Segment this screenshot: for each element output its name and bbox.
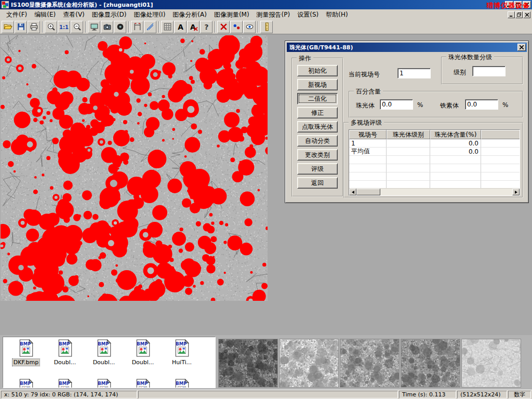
text-annotation-button[interactable]: A	[174, 21, 187, 33]
preview-button[interactable]	[243, 21, 256, 33]
return-button[interactable]: 返回	[297, 177, 338, 189]
sample-thumbnail-5[interactable]	[461, 339, 521, 388]
table-cell[interactable]	[481, 148, 520, 156]
bmp-file-icon	[95, 379, 113, 388]
menu-item-edit[interactable]: 编辑(E)	[31, 9, 59, 20]
zoom-in-button[interactable]	[45, 21, 57, 33]
current-field-label: 当前视场号	[349, 70, 380, 79]
bmp-file-icon	[56, 339, 74, 357]
metallograph-image[interactable]	[1, 35, 268, 301]
font-a-icon: A	[176, 22, 185, 31]
file-item[interactable]: Doubl...	[124, 339, 162, 366]
menu-item-image-analysis[interactable]: 图像分析(A)	[169, 9, 210, 20]
zoom-out-button[interactable]	[71, 21, 83, 33]
watermark-text: 猎博仪器设备	[486, 1, 530, 10]
scale-ruler-button[interactable]	[260, 21, 273, 33]
scroll-track[interactable]	[380, 189, 512, 195]
help-button[interactable]: ?	[200, 21, 212, 33]
binarize-button[interactable]: 二值化	[297, 93, 338, 104]
table-cell[interactable]: 0.0	[430, 139, 481, 148]
header-grade[interactable]: 珠光体级别	[387, 130, 430, 139]
actual-size-button[interactable]: 1:1	[58, 21, 70, 33]
sample-thumbnail-3[interactable]	[340, 339, 400, 388]
toolbar-separator	[215, 21, 216, 33]
file-item[interactable]	[85, 379, 123, 388]
pearlite-label: 珠光体	[356, 101, 375, 110]
camera-button[interactable]	[101, 21, 113, 33]
mdi-minimize-button[interactable]	[508, 11, 515, 18]
scroll-left-button[interactable]	[349, 189, 356, 195]
ferrite-unit: %	[502, 101, 508, 109]
grid-button[interactable]	[161, 21, 174, 33]
points-button[interactable]	[230, 21, 243, 33]
mdi-restore-button[interactable]	[515, 11, 523, 18]
grid-icon	[163, 22, 172, 31]
capture-button[interactable]	[114, 21, 126, 33]
sample-thumbnail-4[interactable]	[401, 339, 460, 388]
mode-status: 数字	[508, 391, 531, 398]
file-item[interactable]	[46, 379, 84, 388]
file-item[interactable]: Doubl...	[46, 339, 84, 366]
header-pearlite-percent[interactable]: 珠光体含量(%)	[430, 130, 481, 139]
menu-item-image-processing[interactable]: 图像处理(I)	[130, 9, 169, 20]
open-button[interactable]	[2, 21, 14, 33]
mdi-close-button[interactable]	[523, 11, 530, 18]
table-cell[interactable]: 1	[349, 139, 387, 148]
sample-thumbnail-1[interactable]	[218, 339, 278, 388]
scroll-left-icon	[352, 191, 354, 194]
table-cell[interactable]: 平均值	[349, 148, 387, 156]
menu-item-image-measure[interactable]: 图像测量(M)	[210, 9, 253, 20]
delete-measure-button[interactable]	[217, 21, 230, 33]
menu-item-view[interactable]: 查看(V)	[59, 9, 88, 20]
new-field-button[interactable]: 新视场	[297, 79, 338, 90]
red-x-icon	[219, 22, 228, 31]
change-class-button[interactable]: 更改类别	[297, 149, 338, 161]
sample-thumbnail-2[interactable]	[279, 339, 339, 388]
save-button[interactable]	[15, 21, 27, 33]
measure-length-button[interactable]	[144, 21, 156, 33]
bmp-file-icon	[17, 339, 35, 357]
table-cell[interactable]	[387, 148, 430, 156]
scroll-thumb[interactable]	[356, 189, 380, 195]
menu-item-help[interactable]: 帮助(H)	[322, 9, 351, 20]
table-cell	[430, 172, 481, 181]
delete-annotation-button[interactable]: A	[187, 21, 200, 33]
pick-pearlite-button[interactable]: 点取珠光体	[297, 121, 338, 132]
menu-item-settings[interactable]: 设置(S)	[294, 9, 322, 20]
file-item[interactable]	[163, 379, 201, 388]
dialog-close-button[interactable]	[517, 44, 526, 51]
auto-classify-button[interactable]: 自动分类	[297, 135, 338, 147]
bmp-file-icon	[134, 379, 152, 388]
table-cell[interactable]: 0.0	[430, 148, 481, 156]
current-field-input[interactable]	[397, 68, 431, 78]
caliper-button[interactable]	[131, 21, 143, 33]
menu-item-file[interactable]: 文件(F)	[3, 9, 31, 20]
file-item[interactable]: HuiTi...	[163, 339, 201, 366]
table-cell	[481, 172, 520, 181]
menu-item-image-display[interactable]: 图像显示(D)	[88, 9, 130, 20]
image-display-button[interactable]	[88, 21, 100, 33]
file-item[interactable]: DKF.bmp	[7, 339, 45, 366]
table-cell[interactable]	[481, 139, 520, 148]
window-title: IS100显微摄像系统(金相分析版) - [zhuguangti01]	[11, 1, 153, 9]
ruler-diagonal-icon	[146, 22, 155, 31]
table-cell	[349, 172, 387, 181]
header-field[interactable]: 视场号	[349, 130, 387, 139]
grade-button[interactable]: 评级	[297, 163, 338, 175]
print-button[interactable]	[28, 21, 40, 33]
file-item[interactable]	[7, 379, 45, 388]
dialog-close-icon	[520, 45, 524, 49]
pearlite-percent-input[interactable]	[380, 99, 413, 110]
color-dots-icon	[232, 22, 241, 31]
menu-item-measure-report[interactable]: 测量报告(P)	[253, 9, 294, 20]
ferrite-percent-input[interactable]	[465, 99, 498, 110]
dialog-title-bar[interactable]: 珠光体(GB/T9441-88)	[287, 43, 527, 52]
correct-button[interactable]: 修正	[297, 107, 338, 118]
table-cell[interactable]	[387, 139, 430, 148]
scroll-right-button[interactable]	[512, 189, 520, 195]
file-item[interactable]	[124, 379, 162, 388]
grade-input[interactable]	[472, 66, 506, 76]
file-item[interactable]: Doubl...	[85, 339, 123, 366]
initialize-button[interactable]: 初始化	[297, 65, 338, 76]
header-ferrite[interactable]: 铁素	[481, 130, 520, 139]
